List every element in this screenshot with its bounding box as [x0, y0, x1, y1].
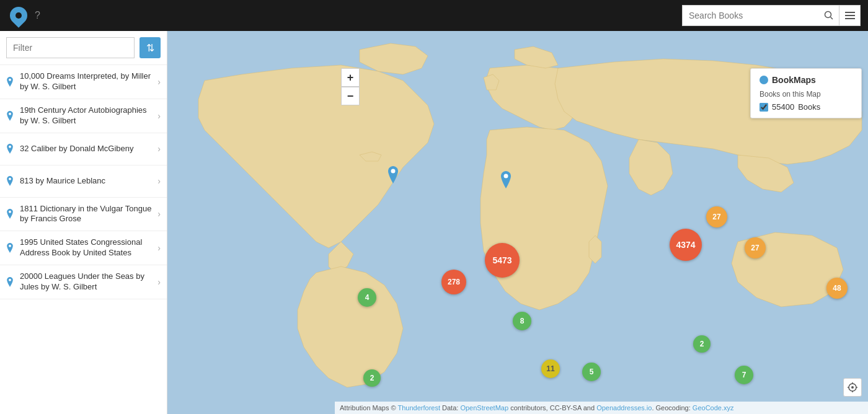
book-list-item[interactable]: 10,000 Dreams Interpreted, by Miller by …	[0, 65, 167, 99]
openstreetmap-link[interactable]: OpenStreetMap	[460, 404, 508, 412]
book-list-item[interactable]: 1811 Dictionary in the Vulgar Tongue by …	[0, 198, 167, 232]
book-title: 20000 Leagues Under the Seas by Jules by…	[20, 271, 154, 293]
book-title: 1811 Dictionary in the Vulgar Tongue by …	[20, 204, 154, 225]
book-title: 813 by Maurice Leblanc	[20, 176, 154, 187]
menu-button[interactable]	[839, 5, 861, 26]
svg-point-6	[9, 211, 11, 213]
book-pin-icon	[5, 277, 15, 287]
cluster-marker[interactable]: 5	[582, 363, 601, 381]
cluster-marker[interactable]: 4	[358, 288, 376, 307]
attribution-bar: Attribution Maps © Thunderforest Data: O…	[335, 402, 868, 414]
app-logo	[7, 4, 30, 27]
location-icon	[848, 382, 857, 392]
svg-point-10	[391, 169, 396, 174]
map-pin-marker[interactable]	[499, 171, 513, 191]
book-pin-icon	[5, 209, 15, 219]
help-button[interactable]: ?	[35, 10, 40, 21]
svg-point-7	[9, 245, 11, 247]
pin-icon	[386, 166, 400, 183]
cluster-marker[interactable]: 27	[706, 206, 727, 227]
book-title: 1995 United States Congressional Address…	[20, 237, 154, 258]
chevron-right-icon: ›	[157, 209, 161, 219]
cluster-marker[interactable]: 27	[745, 237, 766, 258]
book-list-item[interactable]: 19th Century Actor Autobiographies by W.…	[0, 99, 167, 133]
svg-point-14	[851, 386, 854, 389]
menu-icon	[845, 12, 855, 13]
svg-point-11	[504, 174, 508, 178]
zoom-out-button[interactable]: −	[341, 87, 360, 105]
chevron-right-icon: ›	[157, 144, 161, 154]
legend-count-item: 55400 Books	[760, 102, 852, 112]
svg-point-2	[9, 79, 11, 81]
book-pin-icon	[5, 243, 15, 253]
cluster-marker[interactable]: 4374	[670, 229, 702, 261]
header: ?	[0, 0, 868, 31]
map[interactable]: + − BookMaps Books on this Map 55400 Boo…	[167, 31, 868, 414]
chevron-right-icon: ›	[157, 243, 161, 253]
book-title: 19th Century Actor Autobiographies by W.…	[20, 105, 154, 126]
location-button[interactable]	[843, 378, 862, 397]
book-list-item[interactable]: 32 Caliber by Donald McGibeny ›	[0, 133, 167, 165]
search-input[interactable]	[682, 5, 818, 26]
cluster-marker[interactable]: 11	[541, 359, 560, 378]
filter-bar: ⇅	[0, 31, 167, 65]
menu-icon	[845, 18, 855, 19]
filter-input[interactable]	[6, 37, 135, 58]
cluster-marker[interactable]: 5473	[485, 243, 520, 278]
book-pin-icon	[5, 144, 15, 154]
svg-point-8	[9, 279, 11, 281]
sidebar: ⇅ 10,000 Dreams Interpreted, by Miller b…	[0, 31, 167, 414]
svg-point-4	[9, 146, 11, 148]
search-button[interactable]	[818, 5, 839, 26]
chevron-right-icon: ›	[157, 176, 161, 186]
legend-subtitle: Books on this Map	[760, 90, 852, 99]
zoom-controls: + −	[341, 68, 360, 105]
legend-title-text: BookMaps	[772, 75, 816, 85]
cluster-marker[interactable]: 2	[693, 335, 711, 353]
book-list-item[interactable]: 1995 United States Congressional Address…	[0, 231, 167, 265]
cluster-marker[interactable]: 8	[513, 312, 531, 330]
cluster-marker[interactable]: 2	[363, 369, 381, 387]
svg-line-1	[830, 17, 833, 20]
sort-button[interactable]: ⇅	[140, 37, 161, 58]
legend-panel: BookMaps Books on this Map 55400 Books	[750, 68, 862, 118]
book-pin-icon	[5, 77, 15, 87]
legend-unit: Books	[798, 102, 820, 112]
chevron-right-icon: ›	[157, 277, 161, 287]
openaddresses-link[interactable]: Openaddresses.io	[596, 404, 652, 412]
pin-icon	[499, 171, 513, 188]
legend-count: 55400	[772, 102, 794, 112]
book-pin-icon	[5, 176, 15, 186]
menu-icon	[845, 15, 855, 16]
chevron-right-icon: ›	[157, 111, 161, 121]
chevron-right-icon: ›	[157, 77, 161, 87]
book-list-item[interactable]: 813 by Maurice Leblanc ›	[0, 165, 167, 198]
cluster-marker[interactable]: 7	[735, 366, 753, 384]
book-title: 32 Caliber by Donald McGibeny	[20, 144, 154, 154]
cluster-marker[interactable]: 278	[441, 270, 466, 294]
book-title: 10,000 Dreams Interpreted, by Miller by …	[20, 71, 154, 92]
book-list: 10,000 Dreams Interpreted, by Miller by …	[0, 65, 167, 414]
search-container	[682, 5, 861, 26]
thunderforest-link[interactable]: Thunderforest	[398, 404, 440, 412]
legend-checkbox[interactable]	[760, 103, 768, 112]
svg-point-3	[9, 112, 11, 115]
map-pin-marker[interactable]	[386, 166, 400, 186]
svg-point-0	[825, 12, 831, 18]
cluster-marker[interactable]: 48	[826, 278, 848, 299]
logo-pin-icon	[6, 3, 31, 28]
legend-title: BookMaps	[760, 75, 852, 85]
svg-point-5	[9, 178, 11, 180]
zoom-in-button[interactable]: +	[341, 68, 360, 87]
book-list-item[interactable]: 20000 Leagues Under the Seas by Jules by…	[0, 265, 167, 299]
book-pin-icon	[5, 111, 15, 121]
attribution-text: Attribution Maps © Thunderforest Data: O…	[340, 404, 734, 412]
legend-dot-icon	[760, 76, 768, 84]
geocode-link[interactable]: GeoCode.xyz	[693, 404, 734, 412]
